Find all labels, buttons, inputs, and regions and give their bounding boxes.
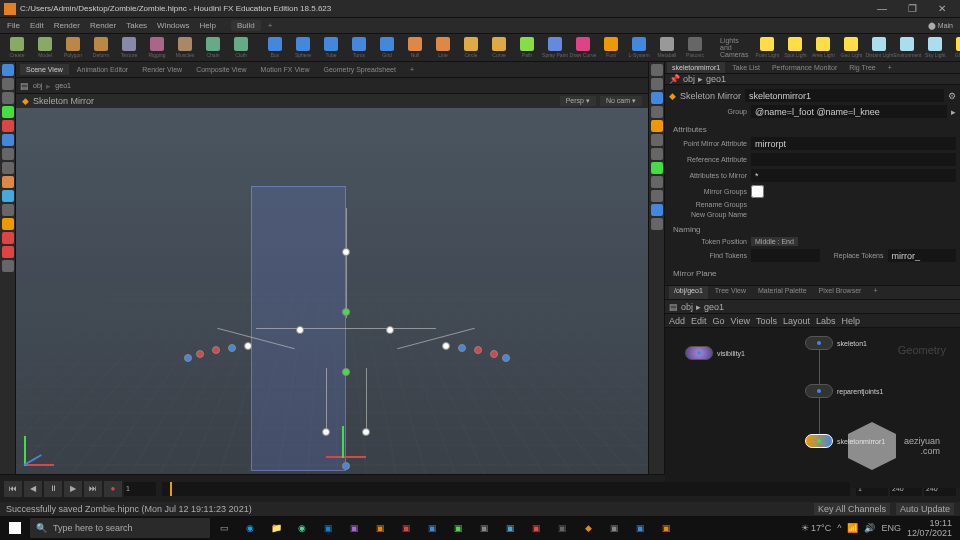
play-first-button[interactable]: ⏮ [4,481,22,497]
tab-node-params[interactable]: skeletonmirror1 [667,62,725,73]
ra-field[interactable] [751,153,956,166]
shelf-tool[interactable]: Polygon [60,36,86,60]
shelf-tool[interactable]: Create [4,36,30,60]
viewport-3d[interactable] [16,108,648,474]
display-tool-icon[interactable] [651,176,663,188]
netmenu-view[interactable]: View [731,316,750,326]
auto-update-dropdown[interactable]: Auto Update [896,503,954,515]
play-back-button[interactable]: ◀ [24,481,42,497]
tray-chevron-icon[interactable]: ^ [837,523,841,533]
tab-scene-view[interactable]: Scene View [20,64,69,75]
app-icon[interactable]: ▣ [550,517,574,539]
display-tool-icon[interactable] [651,120,663,132]
tab-animation-editor[interactable]: Animation Editor [71,64,134,75]
pma-field[interactable]: mirrorpt [751,137,956,150]
atm-field[interactable]: * [751,169,956,182]
tab-pixel-browser[interactable]: Pixel Browser [814,286,867,299]
display-tool-icon[interactable] [651,106,663,118]
app-icon[interactable]: ▣ [316,517,340,539]
net-path-geo[interactable]: geo1 [704,302,724,312]
netmenu-help[interactable]: Help [841,316,860,326]
mirror-groups-checkbox[interactable] [751,185,764,198]
app-icon[interactable]: ▣ [394,517,418,539]
netmenu-tools[interactable]: Tools [756,316,777,326]
shelf-tool[interactable]: Muscles [172,36,198,60]
group-field[interactable]: @name=l_foot @name=l_knee @name=l_elbow … [751,105,947,118]
shelf-tool[interactable]: Rigging [144,36,170,60]
shelf-tool[interactable]: Sky Light [922,36,948,60]
app-icon[interactable]: ▣ [628,517,652,539]
tool-icon[interactable] [2,260,14,272]
node-flags-icon[interactable]: ⚙ [948,91,956,101]
app-icon[interactable]: ◉ [238,517,262,539]
explorer-icon[interactable]: 📁 [264,517,288,539]
display-tool-icon[interactable] [651,204,663,216]
menu-edit[interactable]: Edit [27,21,47,30]
play-record-button[interactable]: ● [104,481,122,497]
pin-icon[interactable]: 📌 [669,74,680,84]
close-button[interactable]: ✕ [928,1,956,17]
minimize-button[interactable]: — [868,1,896,17]
replace-tokens-field[interactable]: mirror_ [888,249,957,262]
tray-volume-icon[interactable]: 🔊 [864,523,875,533]
move-tool-icon[interactable] [2,106,14,118]
app-icon[interactable]: ▣ [602,517,626,539]
node-reparent[interactable]: reparentjoints1 [805,384,883,398]
app-icon[interactable]: ▣ [524,517,548,539]
netmenu-labs[interactable]: Labs [816,316,836,326]
tool-icon[interactable] [2,78,14,90]
tab-geometry-spreadsheet[interactable]: Geometry Spreadsheet [318,64,402,75]
tab-take-list[interactable]: Take List [727,62,765,73]
rotate-tool-icon[interactable] [2,120,14,132]
menu-takes[interactable]: Takes [123,21,150,30]
shelf-tool[interactable]: Platonic [682,36,708,60]
menu-file[interactable]: File [4,21,23,30]
breadcrumb-obj[interactable]: obj [33,82,42,89]
tab-network-path[interactable]: /obj/geo1 [669,286,708,299]
taskview-icon[interactable]: ▭ [212,517,236,539]
shelf-tool[interactable]: Spot Light [782,36,808,60]
menu-render2[interactable]: Render [87,21,119,30]
shelf-tool[interactable]: Geo Light [838,36,864,60]
tool-icon[interactable] [2,218,14,230]
shelf-tool[interactable]: Environment [894,36,920,60]
shelf-tool[interactable]: GI Light [950,36,960,60]
display-tool-icon[interactable] [651,148,663,160]
netmenu-add[interactable]: Add [669,316,685,326]
netmenu-edit[interactable]: Edit [691,316,707,326]
tool-icon[interactable] [2,204,14,216]
shelf-tool[interactable]: Circle [458,36,484,60]
display-tool-icon[interactable] [651,134,663,146]
tab-perf-monitor[interactable]: Performance Monitor [767,62,842,73]
display-tool-icon[interactable] [651,190,663,202]
take-main[interactable]: ⬤ Main [925,22,956,30]
shelf-tool[interactable]: Box [262,36,288,60]
tab-add[interactable]: + [404,64,420,75]
shelf-tool[interactable]: Spray Paint [542,36,568,60]
display-tool-icon[interactable] [651,92,663,104]
tool-icon[interactable] [2,190,14,202]
tab-motionfx-view[interactable]: Motion FX View [255,64,316,75]
menu-windows[interactable]: Windows [154,21,192,30]
snap-tool-icon[interactable] [2,232,14,244]
camera-dropdown[interactable]: No cam ▾ [600,96,642,106]
display-tool-icon[interactable] [651,78,663,90]
app-icon[interactable]: ▣ [498,517,522,539]
tray-network-icon[interactable]: 📶 [847,523,858,533]
path-obj[interactable]: obj [683,74,695,84]
shelf-tool[interactable]: Tube [318,36,344,60]
token-pos-dropdown[interactable]: Middle : End [751,237,798,246]
shelf-tool[interactable]: Font [598,36,624,60]
key-mode-dropdown[interactable]: Key All Channels [814,503,890,515]
shelf-tool[interactable]: Line [430,36,456,60]
shelf-tool[interactable]: Path [514,36,540,60]
tab-composite-view[interactable]: Composite View [190,64,252,75]
tray-time[interactable]: 19:11 [907,518,952,528]
tool-icon[interactable] [2,162,14,174]
tool-icon[interactable] [2,148,14,160]
shelf-tool[interactable]: Draw Curve [570,36,596,60]
tab-render-view[interactable]: Render View [136,64,188,75]
net-path-obj[interactable]: obj [681,302,693,312]
houdini-taskbar-icon[interactable]: ◆ [576,517,600,539]
shelf-tool[interactable]: L-System [626,36,652,60]
